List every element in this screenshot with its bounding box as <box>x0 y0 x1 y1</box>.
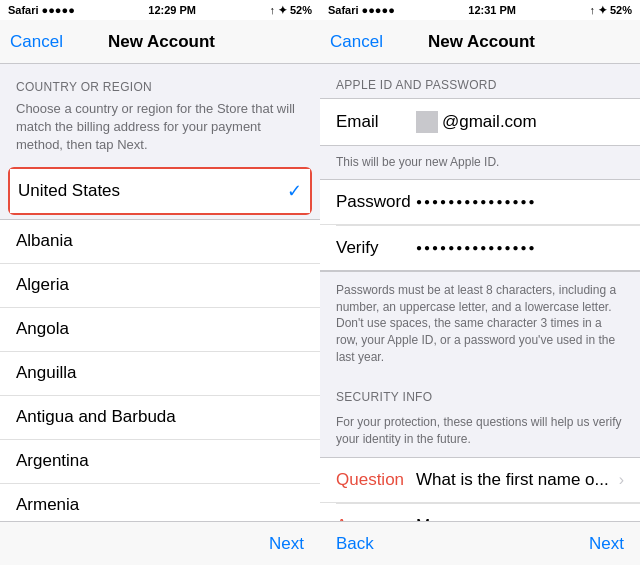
question1-label: Question <box>336 470 416 490</box>
password-form-group: Password ●●●●●●●●●●●●●●● Verify ●●●●●●●●… <box>320 179 640 271</box>
list-item[interactable]: Angola <box>0 308 320 352</box>
location-icon-right: ↑ <box>589 4 595 16</box>
question1-row[interactable]: Question What is the first name o... › <box>320 458 640 503</box>
status-bar-left: Safari ●●●●● 12:29 PM ↑ ✦ 52% <box>0 0 320 20</box>
location-icon-left: ↑ <box>269 4 275 16</box>
nav-title-right: New Account <box>428 32 535 52</box>
email-placeholder-box <box>416 111 438 133</box>
list-item[interactable]: Argentina <box>0 440 320 484</box>
security-form-group: Question What is the first name o... › A… <box>320 457 640 521</box>
country-list: Albania Algeria Angola Anguilla Antigua … <box>0 219 320 521</box>
answer-row[interactable]: Answer Meena <box>320 504 640 521</box>
time-right: 12:31 PM <box>468 4 516 16</box>
bluetooth-icon-right: ✦ <box>598 4 607 17</box>
security-desc: For your protection, these questions wil… <box>320 410 640 458</box>
status-left-right: Safari ●●●●● <box>328 4 395 16</box>
signal-left: ●●●●● <box>42 4 75 16</box>
country-name: Angola <box>16 319 69 339</box>
country-us-selected[interactable]: United States ✓ <box>8 167 312 215</box>
country-name: Armenia <box>16 495 79 515</box>
country-name: Anguilla <box>16 363 77 383</box>
list-item[interactable]: Armenia <box>0 484 320 521</box>
battery-left: 52% <box>290 4 312 16</box>
bluetooth-icon-left: ✦ <box>278 4 287 17</box>
list-item[interactable]: Antigua and Barbuda <box>0 396 320 440</box>
apple-id-section-header: APPLE ID AND PASSWORD <box>320 64 640 98</box>
country-name: Albania <box>16 231 73 251</box>
status-left: Safari ●●●●● <box>8 4 75 16</box>
email-suffix: @gmail.com <box>442 112 537 132</box>
password-row[interactable]: Password ●●●●●●●●●●●●●●● <box>320 180 640 225</box>
list-item[interactable]: Albania <box>0 220 320 264</box>
nav-title-left: New Account <box>108 32 215 52</box>
right-content: APPLE ID AND PASSWORD Email @gmail.com T… <box>320 64 640 521</box>
nav-bar-left: Cancel New Account <box>0 20 320 64</box>
email-value-container: @gmail.com <box>416 111 624 133</box>
email-row[interactable]: Email @gmail.com <box>320 99 640 145</box>
country-name: Antigua and Barbuda <box>16 407 176 427</box>
status-right-left: ↑ ✦ 52% <box>269 4 312 17</box>
bottom-bar-right: Back Next <box>320 521 640 565</box>
password-label: Password <box>336 192 416 212</box>
left-content: COUNTRY OR REGION Choose a country or re… <box>0 64 320 521</box>
checkmark-us: ✓ <box>287 180 302 202</box>
country-name: Algeria <box>16 275 69 295</box>
status-right-right: ↑ ✦ 52% <box>589 4 632 17</box>
password-hint: Passwords must be at least 8 characters,… <box>320 271 640 376</box>
carrier-right: Safari <box>328 4 359 16</box>
password-value: ●●●●●●●●●●●●●●● <box>416 196 537 207</box>
cancel-button-left[interactable]: Cancel <box>10 32 63 52</box>
next-button-left[interactable]: Next <box>269 534 304 554</box>
bottom-bar-left: Next <box>0 521 320 565</box>
question1-value: What is the first name o... <box>416 470 619 490</box>
apple-id-form-group: Email @gmail.com <box>320 98 640 146</box>
right-screen: Safari ●●●●● 12:31 PM ↑ ✦ 52% Cancel New… <box>320 0 640 565</box>
verify-row[interactable]: Verify ●●●●●●●●●●●●●●● <box>320 226 640 270</box>
section-header-country: COUNTRY OR REGION <box>0 64 320 100</box>
status-bar-right: Safari ●●●●● 12:31 PM ↑ ✦ 52% <box>320 0 640 20</box>
next-button-right[interactable]: Next <box>589 534 624 554</box>
list-item[interactable]: Algeria <box>0 264 320 308</box>
signal-right: ●●●●● <box>362 4 395 16</box>
country-us-label: United States <box>18 181 120 201</box>
security-section-header: SECURITY INFO <box>320 376 640 410</box>
email-label: Email <box>336 112 416 132</box>
country-name: Argentina <box>16 451 89 471</box>
email-hint: This will be your new Apple ID. <box>320 146 640 179</box>
cancel-button-right[interactable]: Cancel <box>330 32 383 52</box>
battery-right: 52% <box>610 4 632 16</box>
list-item[interactable]: Anguilla <box>0 352 320 396</box>
back-button-right[interactable]: Back <box>336 534 589 554</box>
nav-bar-right: Cancel New Account <box>320 20 640 64</box>
chevron-icon-q1: › <box>619 471 624 489</box>
left-screen: Safari ●●●●● 12:29 PM ↑ ✦ 52% Cancel New… <box>0 0 320 565</box>
carrier-left: Safari <box>8 4 39 16</box>
verify-value: ●●●●●●●●●●●●●●● <box>416 242 537 253</box>
section-description-country: Choose a country or region for the Store… <box>0 100 320 167</box>
verify-label: Verify <box>336 238 416 258</box>
time-left: 12:29 PM <box>148 4 196 16</box>
